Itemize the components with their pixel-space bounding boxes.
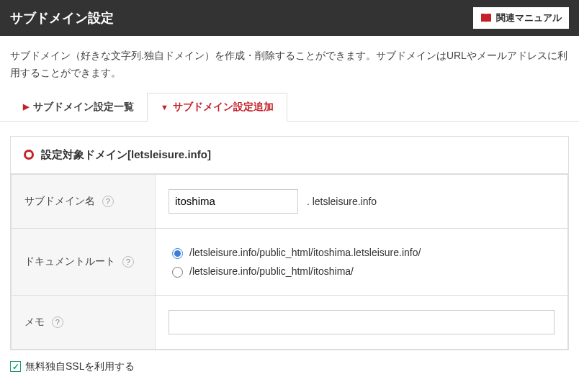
- subdomain-input[interactable]: [169, 189, 298, 214]
- docroot-option-2[interactable]: /letsleisure.info/public_html/itoshima/: [169, 262, 555, 281]
- docroot-label: ドキュメントルート: [24, 255, 115, 267]
- checkbox-checked-icon[interactable]: ✓: [10, 361, 21, 372]
- docroot-radio-2[interactable]: [172, 267, 183, 278]
- tab-subdomain-add[interactable]: ▼ サブドメイン設定追加: [147, 93, 287, 122]
- tab-label: サブドメイン設定一覧: [33, 101, 134, 114]
- ssl-checkbox-row[interactable]: ✓ 無料独自SSLを利用する: [10, 360, 569, 373]
- memo-input[interactable]: [169, 310, 555, 334]
- manual-button[interactable]: 関連マニュアル: [473, 7, 569, 29]
- tab-subdomain-list[interactable]: ▶ サブドメイン設定一覧: [10, 93, 147, 122]
- form-table: サブドメイン名 ? . letsleisure.info ドキュメントルート ?…: [11, 174, 568, 350]
- bullet-icon: [24, 150, 34, 160]
- help-icon[interactable]: ?: [102, 196, 114, 207]
- page-title: サブドメイン設定: [10, 9, 114, 27]
- tab-label: サブドメイン設定追加: [173, 101, 274, 114]
- settings-panel: 設定対象ドメイン[letsleisure.info] サブドメイン名 ? . l…: [10, 136, 569, 350]
- tabs: ▶ サブドメイン設定一覧 ▼ サブドメイン設定追加: [0, 92, 579, 122]
- panel-heading-domain: letsleisure.info: [131, 148, 207, 160]
- domain-suffix: . letsleisure.info: [307, 196, 377, 207]
- panel-heading-prefix: 設定対象ドメイン: [41, 148, 127, 160]
- docroot-option-text: /letsleisure.info/public_html/itoshima.l…: [189, 247, 421, 258]
- chevron-right-icon: ▶: [23, 102, 29, 111]
- ssl-label: 無料独自SSLを利用する: [25, 360, 135, 373]
- docroot-radio-1[interactable]: [172, 248, 183, 259]
- description-text: サブドメイン（好きな文字列.独自ドメイン）を作成・削除することができます。サブド…: [0, 36, 579, 92]
- docroot-option-1[interactable]: /letsleisure.info/public_html/itoshima.l…: [169, 243, 555, 262]
- panel-heading: 設定対象ドメイン[letsleisure.info]: [11, 137, 568, 174]
- docroot-option-text: /letsleisure.info/public_html/itoshima/: [189, 265, 354, 277]
- subdomain-label: サブドメイン名: [24, 195, 95, 206]
- book-icon: [480, 13, 492, 23]
- manual-button-label: 関連マニュアル: [496, 12, 562, 24]
- memo-label: メモ: [24, 316, 45, 327]
- help-icon[interactable]: ?: [122, 256, 134, 268]
- help-icon[interactable]: ?: [52, 316, 63, 328]
- chevron-down-icon: ▼: [161, 103, 169, 111]
